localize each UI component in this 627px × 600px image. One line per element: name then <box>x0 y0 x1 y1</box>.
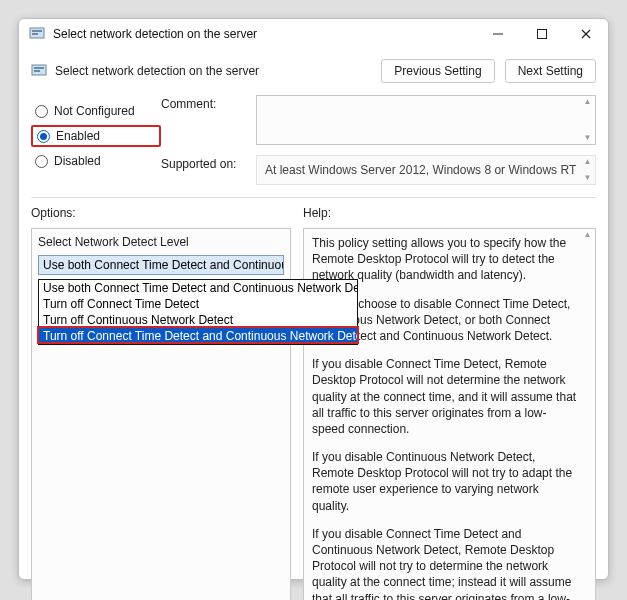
maximize-button[interactable] <box>520 19 564 49</box>
radio-enabled[interactable]: Enabled <box>31 125 161 147</box>
radio-disabled[interactable]: Disabled <box>31 150 161 172</box>
divider <box>31 197 596 198</box>
dropdown-selected: Use both Connect Time Detect and Continu… <box>43 258 284 272</box>
dropdown-option[interactable]: Turn off Connect Time Detect and Continu… <box>39 328 357 344</box>
svg-rect-1 <box>32 30 42 32</box>
comment-field[interactable]: ▲ ▼ <box>256 95 596 145</box>
minimize-button[interactable] <box>476 19 520 49</box>
scrollbar[interactable]: ▲ ▼ <box>580 229 595 600</box>
previous-setting-button[interactable]: Previous Setting <box>381 59 494 83</box>
help-label: Help: <box>303 206 596 220</box>
radio-icon <box>37 130 50 143</box>
app-icon <box>29 26 45 42</box>
state-column: Not Configured Enabled Disabled <box>31 95 161 185</box>
scroll-down-icon[interactable]: ▼ <box>580 134 595 142</box>
supported-on-label: Supported on: <box>161 155 256 185</box>
radio-icon <box>35 105 48 118</box>
help-text: This policy setting allows you to specif… <box>312 235 577 284</box>
svg-rect-8 <box>34 67 44 69</box>
scrollbar[interactable]: ▲ ▼ <box>580 96 595 144</box>
scroll-up-icon[interactable]: ▲ <box>580 158 595 166</box>
policy-header: Select network detection on the server P… <box>31 53 596 89</box>
help-text: If you disable Connect Time Detect and C… <box>312 526 577 600</box>
titlebar[interactable]: Select network detection on the server <box>19 19 608 49</box>
detect-level-dropdown[interactable]: Use both Connect Time Detect and Continu… <box>38 255 284 275</box>
supported-on-field: At least Windows Server 2012, Windows 8 … <box>256 155 596 185</box>
options-panel: Select Network Detect Level Use both Con… <box>31 228 291 600</box>
window-title: Select network detection on the server <box>53 27 257 41</box>
close-button[interactable] <box>564 19 608 49</box>
dropdown-option[interactable]: Turn off Continuous Network Detect <box>39 312 357 328</box>
dropdown-option[interactable]: Turn off Connect Time Detect <box>39 296 357 312</box>
scrollbar[interactable]: ▲ ▼ <box>580 156 595 184</box>
svg-rect-4 <box>538 30 547 39</box>
help-text: If you disable Continuous Network Detect… <box>312 449 577 514</box>
scroll-down-icon[interactable]: ▼ <box>580 174 595 182</box>
policy-icon <box>31 63 47 79</box>
policy-window: Select network detection on the server S… <box>18 18 609 580</box>
detect-level-label: Select Network Detect Level <box>38 235 284 249</box>
comment-label: Comment: <box>161 95 256 145</box>
radio-label: Disabled <box>54 154 101 168</box>
scroll-up-icon[interactable]: ▲ <box>580 231 595 239</box>
svg-rect-2 <box>32 33 38 35</box>
detect-level-dropdown-list[interactable]: Use both Connect Time Detect and Continu… <box>38 279 358 345</box>
help-text: If you disable Connect Time Detect, Remo… <box>312 356 577 437</box>
dropdown-option[interactable]: Use both Connect Time Detect and Continu… <box>39 280 357 296</box>
supported-on-value: At least Windows Server 2012, Windows 8 … <box>265 163 576 177</box>
policy-title: Select network detection on the server <box>55 64 259 78</box>
scroll-up-icon[interactable]: ▲ <box>580 98 595 106</box>
radio-not-configured[interactable]: Not Configured <box>31 100 161 122</box>
radio-label: Enabled <box>56 129 100 143</box>
options-label: Options: <box>31 206 291 220</box>
radio-icon <box>35 155 48 168</box>
radio-label: Not Configured <box>54 104 135 118</box>
svg-rect-9 <box>34 70 40 72</box>
next-setting-button[interactable]: Next Setting <box>505 59 596 83</box>
